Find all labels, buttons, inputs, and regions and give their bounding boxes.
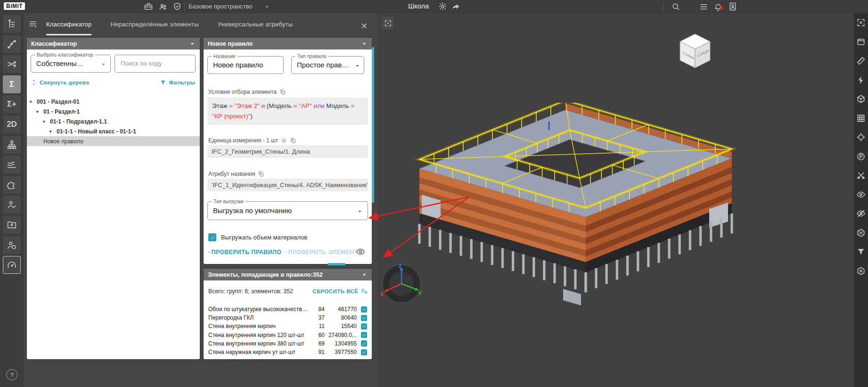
- viewport-3d[interactable]: Слева Сзади Z Y X: [377, 13, 854, 387]
- element-checkbox[interactable]: [361, 332, 367, 338]
- user-profile-icon[interactable]: [728, 2, 737, 11]
- reset-all-button[interactable]: СБРОСИТЬ ВСЁ: [312, 288, 368, 295]
- classifier-select[interactable]: Выбрать классификатор Собственны…: [31, 55, 111, 73]
- classifier-add-icon[interactable]: Σ+: [3, 95, 21, 113]
- export-type-select[interactable]: Тип выгрузки Выгрузка по умолчанию: [207, 201, 368, 220]
- element-checkbox[interactable]: [361, 323, 367, 329]
- condition-expression[interactable]: Этаж = "Этаж 2" и (Модель = "АР" или Мод…: [207, 98, 368, 125]
- measure-icon[interactable]: [855, 55, 867, 66]
- element-checkbox[interactable]: [361, 349, 367, 355]
- element-row[interactable]: Стена внутренняя кирпич1115540: [208, 322, 367, 330]
- tree-caret-icon[interactable]: ▾: [49, 129, 54, 134]
- chevron-down-icon[interactable]: [361, 272, 368, 278]
- tree-item[interactable]: ▾01 - Раздел-1: [27, 107, 200, 116]
- unit-value-field[interactable]: IFC_2_Геометрия_Стены/1. Длина: [207, 145, 368, 158]
- list-menu-icon[interactable]: [699, 2, 708, 11]
- chevron-down-icon[interactable]: [357, 208, 363, 214]
- rule-type-select[interactable]: Тип правила Простое прав…: [291, 56, 364, 74]
- sheet-2d-icon[interactable]: 2D: [3, 115, 21, 133]
- materials-checkbox[interactable]: [208, 233, 216, 241]
- horizontal-scrollbar[interactable]: [328, 263, 345, 265]
- model-tree-icon[interactable]: [3, 15, 21, 33]
- element-checkbox[interactable]: [361, 306, 367, 313]
- classifier-icon[interactable]: Σ: [3, 75, 21, 93]
- code-search-input[interactable]: Поиск по коду: [115, 55, 196, 73]
- show-icon[interactable]: [855, 189, 867, 200]
- isolate-icon[interactable]: [855, 227, 867, 239]
- classifier-panel-header[interactable]: Классификатор: [27, 38, 200, 49]
- tree-item[interactable]: ▾01-1 - Подраздел-1.1: [27, 116, 200, 126]
- tree-caret-icon[interactable]: ▾: [43, 119, 48, 124]
- clash-icon[interactable]: [855, 74, 867, 86]
- vertical-scrollbar[interactable]: [372, 47, 374, 203]
- element-checkbox[interactable]: [361, 340, 367, 346]
- workspace-selector[interactable]: Базовое пространство: [188, 3, 253, 10]
- help-icon[interactable]: ?: [6, 369, 17, 380]
- copy-icon[interactable]: [279, 89, 286, 95]
- elements-panel-header[interactable]: Элементы, попадающие в правило:352: [204, 269, 372, 280]
- materials-checkbox-label[interactable]: Выгружать объем материалов: [221, 234, 307, 241]
- gear-icon[interactable]: [438, 2, 447, 11]
- element-checkbox[interactable]: [361, 315, 367, 321]
- element-row[interactable]: Стена внутренняя кирпич 380 шт-шт6913049…: [208, 339, 367, 348]
- chevron-down-icon[interactable]: [361, 41, 368, 47]
- tab-3[interactable]: Универсальные атрибуты: [218, 13, 293, 35]
- chevron-down-icon[interactable]: [189, 41, 196, 47]
- fit-selection-button[interactable]: [382, 17, 394, 29]
- navigation-ball[interactable]: Z Y X: [380, 262, 423, 305]
- chevron-down-icon[interactable]: [354, 63, 360, 69]
- tree-caret-icon[interactable]: ▾: [36, 109, 41, 114]
- copy-icon[interactable]: [290, 137, 296, 144]
- focus-target-icon[interactable]: [855, 132, 867, 143]
- charts-icon[interactable]: [3, 156, 21, 173]
- copy-icon[interactable]: [258, 171, 264, 177]
- section-icon[interactable]: [855, 170, 867, 181]
- check-element-button[interactable]: ПРОВЕРИТЬ ЭЛЕМЕНТ: [285, 249, 358, 255]
- users-group-icon[interactable]: [158, 2, 168, 12]
- user-check-icon[interactable]: [3, 196, 21, 214]
- filter-icon[interactable]: [855, 246, 867, 257]
- share-icon[interactable]: [451, 2, 460, 11]
- tree-item[interactable]: ▾001 - Раздел-01: [27, 97, 200, 107]
- export-folder-icon[interactable]: [3, 216, 21, 234]
- element-row[interactable]: Перегородка ГКЛ3780640: [208, 313, 367, 322]
- building-model[interactable]: [408, 103, 737, 315]
- search-icon[interactable]: [671, 2, 680, 11]
- chevron-down-icon[interactable]: [100, 61, 106, 67]
- model-cube-icon[interactable]: [855, 93, 867, 105]
- views-icon[interactable]: [855, 36, 867, 48]
- grid-icon[interactable]: [855, 113, 867, 124]
- tree-item[interactable]: Новое правило: [27, 136, 200, 146]
- properties-icon[interactable]: [855, 151, 867, 162]
- filters-button[interactable]: Фильтры: [160, 79, 195, 86]
- gear-icon[interactable]: [281, 138, 287, 144]
- rule-panel-header[interactable]: Новое правило: [204, 38, 372, 49]
- mapping-icon[interactable]: [3, 55, 21, 73]
- view-cube[interactable]: Слева Сзади: [676, 30, 714, 70]
- settings-model-icon[interactable]: [855, 265, 867, 277]
- hide-icon[interactable]: [855, 208, 867, 219]
- fit-view-icon[interactable]: [855, 17, 867, 28]
- shield-icon[interactable]: [172, 2, 182, 11]
- collapse-tree-button[interactable]: Свернуть дерево: [31, 79, 89, 86]
- briefcase-icon[interactable]: [144, 2, 153, 11]
- user-status-icon[interactable]: [3, 236, 21, 254]
- relations-icon[interactable]: [3, 35, 21, 53]
- dashboard-icon[interactable]: [3, 256, 21, 274]
- element-row[interactable]: Обои по штукатурке высококачественной844…: [208, 305, 367, 313]
- tab-1[interactable]: Классификатор: [46, 13, 91, 35]
- structure-icon[interactable]: [3, 136, 21, 154]
- plugins-icon[interactable]: [3, 176, 21, 194]
- rule-name-input[interactable]: Название Новое правило: [207, 56, 284, 74]
- panel-menu-icon[interactable]: [28, 19, 38, 29]
- tree-caret-icon[interactable]: ▾: [30, 99, 34, 104]
- element-row[interactable]: Стена наружная кирпич ут шт-шт913977550: [208, 348, 367, 356]
- eye-icon[interactable]: [356, 247, 365, 256]
- tab-2[interactable]: Нераспределённые элементы: [110, 13, 198, 35]
- element-row[interactable]: Стена внутренняя кирпич 120 шт-шт6027408…: [208, 331, 367, 339]
- tree-item[interactable]: ▾01-1-1 - Новый класс - 01-1-1: [27, 126, 200, 136]
- chevron-down-icon[interactable]: [264, 4, 270, 10]
- check-rule-button[interactable]: ПРОВЕРИТЬ ПРАВИЛО: [208, 249, 281, 255]
- close-icon[interactable]: [360, 22, 368, 30]
- attr-value-field[interactable]: 'IFC_1_Идентификация_Стены/4. ADSK_Наиме…: [207, 179, 368, 191]
